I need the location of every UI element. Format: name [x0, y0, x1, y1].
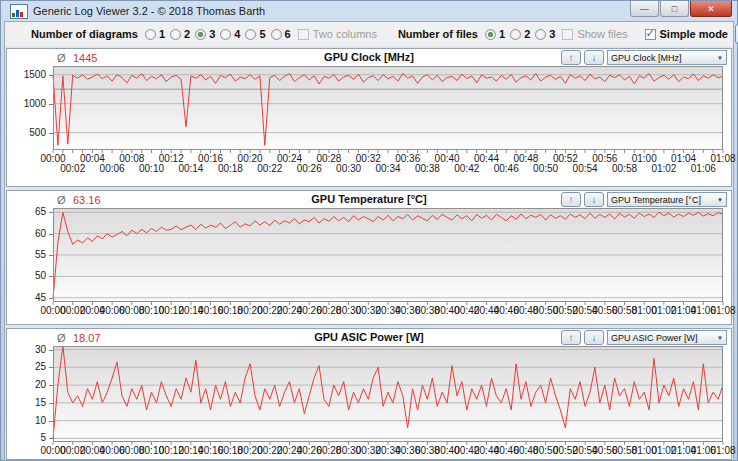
- x-tick-label: 00:42: [454, 163, 479, 174]
- chart-controls: ↑ ↓ GPU Temperature [°C] ▼: [561, 192, 727, 207]
- minimize-icon: —: [640, 4, 649, 14]
- plot-zone: 50010001500 00:0000:0200:0400:0600:0800:…: [7, 66, 731, 186]
- y-tick-label: 65: [10, 206, 46, 217]
- diagram-count-radio-label: 5: [259, 28, 265, 40]
- move-chart-down-button[interactable]: ↓: [584, 330, 604, 345]
- diagram-count-radio-5[interactable]: 5: [245, 28, 265, 40]
- diagram-count-radio-label: 6: [285, 28, 291, 40]
- diagram-count-radio-2[interactable]: 2: [170, 28, 190, 40]
- diagram-count-radio-3[interactable]: 3: [195, 28, 215, 40]
- move-chart-up-button[interactable]: ↑: [561, 330, 581, 345]
- checkbox-icon: [298, 29, 309, 40]
- x-tick-label: 00:02: [60, 163, 85, 174]
- charts-stack: Ø 1445 GPU Clock [MHz] ↑ ↓ GPU Clock [MH…: [5, 46, 733, 460]
- y-tick-label: 60: [10, 228, 46, 239]
- x-tick-label: 00:34: [375, 163, 400, 174]
- radio-icon: [510, 29, 521, 40]
- client-area: Number of diagrams 123456 Two columns Nu…: [4, 21, 734, 459]
- x-tick-label: 01:08: [710, 445, 735, 456]
- x-tick-label: 00:46: [494, 163, 519, 174]
- up-arrow-icon: ↑: [569, 333, 574, 343]
- x-tick-label: 00:06: [100, 163, 125, 174]
- diagram-count-radio-4[interactable]: 4: [220, 28, 240, 40]
- metric-select[interactable]: GPU Temperature [°C] ▼: [607, 192, 727, 207]
- y-tick-label: 20: [10, 379, 46, 390]
- diagram-count-radio-6[interactable]: 6: [271, 28, 291, 40]
- two-columns-label: Two columns: [313, 28, 377, 40]
- y-axis: 51015202530: [7, 346, 53, 442]
- diagram-count-radio-1[interactable]: 1: [145, 28, 165, 40]
- down-arrow-icon: ↓: [592, 53, 597, 63]
- y-axis: 50010001500: [7, 66, 53, 150]
- maximize-icon: □: [672, 4, 677, 14]
- chart-controls: ↑ ↓ GPU ASIC Power [W] ▼: [561, 330, 727, 345]
- y-tick-label: 5: [10, 432, 46, 443]
- radio-icon: [195, 29, 206, 40]
- move-chart-up-button[interactable]: ↑: [561, 192, 581, 207]
- metric-select[interactable]: GPU ASIC Power [W] ▼: [607, 330, 727, 345]
- diagram-count-radio-label: 4: [234, 28, 240, 40]
- chart-canvas: [53, 346, 723, 446]
- chart-panel-gpu-asic-power: Ø 18.07 GPU ASIC Power [W] ↑ ↓ GPU ASIC …: [6, 328, 732, 460]
- app-window: Generic Log Viewer 3.2 - © 2018 Thomas B…: [0, 0, 738, 461]
- move-chart-up-button[interactable]: ↑: [561, 50, 581, 65]
- chart-header: Ø 63.16 GPU Temperature [°C] ↑ ↓ GPU Tem…: [7, 191, 731, 208]
- y-tick-label: 1000: [10, 98, 46, 109]
- diagram-count-radio-group: 123456: [145, 28, 291, 40]
- y-axis: 4550556065: [7, 208, 53, 302]
- two-columns-checkbox: Two columns: [298, 28, 377, 40]
- x-tick-label: 01:02: [651, 163, 676, 174]
- move-chart-down-button[interactable]: ↓: [584, 50, 604, 65]
- file-count-radio-2[interactable]: 2: [510, 28, 530, 40]
- metric-select-value: GPU Clock [MHz]: [611, 53, 682, 63]
- file-count-radio-3[interactable]: 3: [535, 28, 555, 40]
- diagram-count-radio-label: 3: [209, 28, 215, 40]
- radio-icon: [535, 29, 546, 40]
- radio-icon: [485, 29, 496, 40]
- y-tick-label: 1500: [10, 69, 46, 80]
- up-arrow-icon: ↑: [569, 195, 574, 205]
- minimize-button[interactable]: —: [630, 1, 659, 17]
- down-arrow-icon: ↓: [592, 333, 597, 343]
- chart-header: Ø 18.07 GPU ASIC Power [W] ↑ ↓ GPU ASIC …: [7, 329, 731, 346]
- metric-select[interactable]: GPU Clock [MHz] ▼: [607, 50, 727, 65]
- x-axis: 00:0000:0200:0400:0600:0800:1000:1200:14…: [53, 153, 723, 177]
- plot-zone: 4550556065 00:0000:0200:0400:0600:0800:1…: [7, 208, 731, 324]
- show-files-checkbox: Show files: [562, 28, 627, 40]
- simple-mode-label: Simple mode: [660, 28, 728, 40]
- metric-select-value: GPU Temperature [°C]: [611, 195, 701, 205]
- x-tick-label: 00:30: [336, 163, 361, 174]
- radio-icon: [245, 29, 256, 40]
- number-of-diagrams-label: Number of diagrams: [31, 28, 138, 40]
- plot-area: [53, 66, 723, 150]
- maximize-button[interactable]: □: [660, 1, 689, 17]
- y-tick-label: 45: [10, 292, 46, 303]
- y-tick-label: 15: [10, 397, 46, 408]
- simple-mode-checkbox[interactable]: Simple mode: [645, 28, 728, 40]
- move-chart-down-button[interactable]: ↓: [584, 192, 604, 207]
- x-tick-label: 00:18: [218, 163, 243, 174]
- file-count-radio-1[interactable]: 1: [485, 28, 505, 40]
- x-tick-label: 00:38: [415, 163, 440, 174]
- radio-icon: [170, 29, 181, 40]
- window-controls: — □ ✕: [630, 1, 732, 17]
- radio-icon: [220, 29, 231, 40]
- x-tick-label: 01:08: [710, 305, 735, 316]
- chart-canvas: [53, 208, 723, 306]
- titlebar: Generic Log Viewer 3.2 - © 2018 Thomas B…: [4, 1, 734, 21]
- diagram-count-radio-label: 2: [184, 28, 190, 40]
- chart-controls: ↑ ↓ GPU Clock [MHz] ▼: [561, 50, 727, 65]
- file-count-radio-label: 2: [524, 28, 530, 40]
- chart-canvas: [53, 66, 723, 154]
- toolbar: Number of diagrams 123456 Two columns Nu…: [5, 22, 733, 46]
- metric-select-value: GPU ASIC Power [W]: [611, 333, 698, 343]
- x-tick-label: 01:06: [691, 163, 716, 174]
- x-tick-label: 00:50: [533, 163, 558, 174]
- x-tick-label: 00:54: [573, 163, 598, 174]
- x-tick-label: 00:22: [257, 163, 282, 174]
- chevron-down-icon: ▼: [717, 335, 723, 341]
- file-count-radio-label: 3: [549, 28, 555, 40]
- y-tick-label: 10: [10, 415, 46, 426]
- close-button[interactable]: ✕: [690, 1, 732, 17]
- checkbox-icon: [562, 29, 573, 40]
